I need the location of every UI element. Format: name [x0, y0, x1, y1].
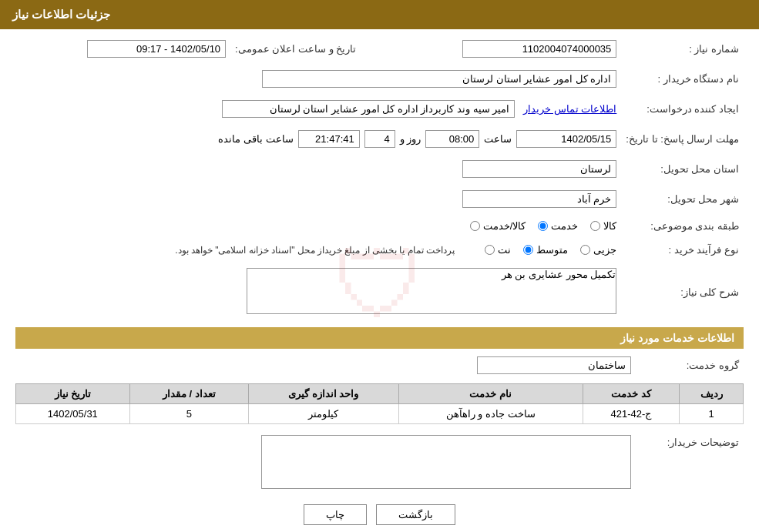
need-number-input[interactable] [462, 40, 616, 58]
announce-input[interactable] [87, 40, 226, 58]
process-note: پرداخت تمام یا بخشی از مبلغ خریداز محل "… [175, 245, 455, 256]
info-table: شماره نیاز : تاریخ و ساعت اعلان عمومی: ن… [15, 37, 744, 320]
service-group-label: گروه خدمت: [636, 353, 744, 377]
row-city: شهر محل تحویل: [15, 187, 744, 211]
category-kala-label: کالا [603, 220, 616, 232]
process-motavasset-radio[interactable] [523, 245, 533, 255]
row-category: طبقه بندی موضوعی: کالا خدمت کالا/خدمت [15, 217, 744, 235]
province-input[interactable] [462, 160, 616, 178]
send-time-input[interactable] [425, 130, 479, 148]
send-days-label: روز و [400, 133, 421, 145]
row-need-number: شماره نیاز : تاریخ و ساعت اعلان عمومی: [15, 37, 744, 61]
process-radio-group: جزیی متوسط نت پرداخت تمام یا بخشی ا [20, 244, 616, 256]
table-cell-unit: کیلومتر [249, 404, 399, 424]
table-cell-name: ساخت جاده و راهآهن [398, 404, 583, 424]
services-table-head: ردیف کد خدمت نام خدمت واحد اندازه گیری ت… [16, 384, 744, 404]
row-process: نوع فرآیند خرید : جزیی متوسط نت [15, 241, 744, 259]
row-requester: ایجاد کننده درخواست: اطلاعات تماس خریدار [15, 97, 744, 121]
category-kala-khedmat-radio[interactable] [470, 221, 480, 231]
send-date-label: مهلت ارسال پاسخ: تا تاریخ: [621, 127, 744, 151]
table-cell-quantity: 5 [129, 404, 248, 424]
category-khedmat-label: خدمت [551, 220, 578, 232]
print-button[interactable]: چاپ [304, 504, 367, 525]
need-desc-input[interactable] [247, 268, 616, 314]
table-row: 1ج-42-421ساخت جاده و راهآهنکیلومتر51402/… [16, 404, 744, 424]
table-cell-date: 1402/05/31 [16, 404, 130, 424]
row-buyer-desc: توضیحات خریدار: [15, 432, 744, 492]
col-header-name: نام خدمت [398, 384, 583, 404]
category-kala-khedmat-label: کالا/خدمت [483, 220, 526, 232]
col-header-unit: واحد اندازه گیری [249, 384, 399, 404]
services-section-label: اطلاعات خدمات مورد نیاز [620, 332, 734, 344]
process-jozi-label: جزیی [593, 244, 616, 256]
table-cell-code: ج-42-421 [583, 404, 680, 424]
process-option-jozi[interactable]: جزیی [580, 244, 616, 256]
city-label: شهر محل تحویل: [621, 187, 744, 211]
buyer-label: نام دستگاه خریدار : [621, 67, 744, 91]
services-table-body: 1ج-42-421ساخت جاده و راهآهنکیلومتر51402/… [16, 404, 744, 424]
datetime-row: ساعت روز و ساعت باقی مانده [20, 130, 616, 148]
process-jozi-radio[interactable] [580, 245, 590, 255]
page-wrapper: جزئیات اطلاعات نیاز 🛡 شماره نیاز : تاریخ… [0, 0, 759, 532]
process-option-net[interactable]: نت [485, 244, 511, 256]
category-kala-radio[interactable] [590, 221, 600, 231]
col-header-row: ردیف [680, 384, 744, 404]
process-motavasset-label: متوسط [536, 244, 568, 256]
send-remaining-label: ساعت باقی مانده [218, 133, 293, 145]
announce-value [15, 37, 230, 61]
province-label: استان محل تحویل: [621, 157, 744, 181]
need-number-label: شماره نیاز : [621, 37, 744, 61]
service-group-input[interactable] [477, 356, 631, 374]
row-province: استان محل تحویل: [15, 157, 744, 181]
row-send-date: مهلت ارسال پاسخ: تا تاریخ: ساعت روز و سا… [15, 127, 744, 151]
announce-label: تاریخ و ساعت اعلان عمومی: [230, 37, 361, 61]
buyer-input[interactable] [262, 70, 616, 88]
requester-label: ایجاد کننده درخواست: [621, 97, 744, 121]
page-title: جزئیات اطلاعات نیاز [12, 8, 110, 21]
send-remaining-input[interactable] [298, 130, 360, 148]
send-date-input[interactable] [516, 130, 616, 148]
content-area: 🛡 شماره نیاز : تاریخ و ساعت اعلان عمومی:… [0, 29, 759, 532]
category-option-kala[interactable]: کالا [590, 220, 616, 232]
requester-link[interactable]: اطلاعات تماس خریدار [523, 103, 616, 115]
process-net-radio[interactable] [485, 245, 495, 255]
send-time-label: ساعت [484, 133, 512, 145]
col-header-code: کد خدمت [583, 384, 680, 404]
col-header-quantity: تعداد / مقدار [129, 384, 248, 404]
category-option-khedmat[interactable]: خدمت [538, 220, 578, 232]
category-khedmat-radio[interactable] [538, 221, 548, 231]
requester-input[interactable] [222, 100, 515, 118]
buyer-desc-input[interactable] [261, 435, 631, 489]
row-buyer: نام دستگاه خریدار : [15, 67, 744, 91]
row-service-group: گروه خدمت: [15, 353, 744, 377]
bottom-buttons: بازگشت چاپ [15, 504, 744, 525]
need-number-value [384, 37, 621, 61]
back-button[interactable]: بازگشت [376, 504, 455, 525]
table-cell-row: 1 [680, 404, 744, 424]
service-group-table: گروه خدمت: [15, 353, 744, 377]
services-section-header: اطلاعات خدمات مورد نیاز [15, 327, 744, 349]
col-header-date: تاریخ نیاز [16, 384, 130, 404]
row-need-desc: شرح کلی نیاز: // Populate textarea after… [15, 265, 744, 320]
buyer-desc-label: توضیحات خریدار: [636, 432, 744, 492]
category-label: طبقه بندی موضوعی: [621, 217, 744, 235]
services-table: ردیف کد خدمت نام خدمت واحد اندازه گیری ت… [15, 383, 744, 424]
send-days-input[interactable] [364, 130, 395, 148]
category-option-kala-khedmat[interactable]: کالا/خدمت [470, 220, 526, 232]
process-net-label: نت [498, 244, 511, 256]
need-desc-label: شرح کلی نیاز: [621, 265, 744, 320]
process-label: نوع فرآیند خرید : [621, 241, 744, 259]
process-option-motavasset[interactable]: متوسط [523, 244, 568, 256]
city-input[interactable] [462, 190, 616, 208]
buyer-desc-table: توضیحات خریدار: [15, 432, 744, 492]
services-table-header-row: ردیف کد خدمت نام خدمت واحد اندازه گیری ت… [16, 384, 744, 404]
page-header: جزئیات اطلاعات نیاز [0, 0, 759, 29]
category-radio-group: کالا خدمت کالا/خدمت [20, 220, 616, 232]
